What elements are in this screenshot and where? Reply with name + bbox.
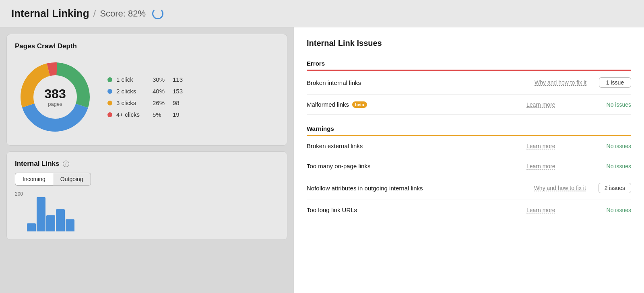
warnings-section-header: Warnings xyxy=(307,121,631,135)
left-panel: Pages Crawl Depth xyxy=(0,27,294,293)
legend-item-4clicks: 4+ clicks 5% 19 xyxy=(107,111,183,118)
tab-outgoing[interactable]: Outgoing xyxy=(53,173,91,186)
issues-panel-title: Internal Link Issues xyxy=(307,39,631,48)
donut-chart: 383 pages xyxy=(15,57,95,137)
issue-status-long-urls: No issues xyxy=(591,207,631,213)
legend-label-2clicks: 2 clicks xyxy=(116,88,149,95)
bar-col-3 xyxy=(46,215,55,231)
issue-name-malformed: Malformed links beta xyxy=(307,101,526,108)
tab-group: Incoming Outgoing xyxy=(15,173,279,186)
internal-links-card: Internal Links i Incoming Outgoing 200 xyxy=(6,151,287,240)
bar-col-1 xyxy=(27,223,36,231)
crawl-depth-content: 383 pages 1 click 30% 113 2 clicks xyxy=(15,57,279,137)
page-header: Internal Linking / Score: 82% xyxy=(0,0,644,27)
legend-count-1click: 113 xyxy=(173,76,183,83)
bar-col-2 xyxy=(37,197,45,231)
issue-label-broken-external: Broken external links xyxy=(307,142,363,149)
legend-pct-4clicks: 5% xyxy=(153,111,169,118)
total-pages-number: 383 xyxy=(44,87,66,100)
issue-row-malformed: Malformed links beta Learn more No issue… xyxy=(307,95,631,115)
legend-pct-2clicks: 40% xyxy=(153,88,169,95)
issue-row-long-urls: Too long link URLs Learn more No issues xyxy=(307,200,631,220)
crawl-depth-card: Pages Crawl Depth xyxy=(6,34,287,146)
legend-dot-3clicks xyxy=(107,101,112,105)
score-loading-icon xyxy=(152,8,163,19)
issue-row-nofollow: Nofollow attributes in outgoing internal… xyxy=(307,176,631,200)
issue-badge-broken-internal: 1 issue xyxy=(599,77,631,88)
internal-links-header: Internal Links i xyxy=(15,160,279,168)
score-label: Score: 82% xyxy=(100,8,146,19)
crawl-depth-legend: 1 click 30% 113 2 clicks 40% 153 3 click… xyxy=(107,76,183,118)
issue-label-long-urls: Too long link URLs xyxy=(307,206,357,213)
errors-section-header: Errors xyxy=(307,56,631,70)
issue-label-too-many: Too many on-page links xyxy=(307,163,370,169)
bar-col-4 xyxy=(56,209,65,231)
issue-link-long-urls[interactable]: Learn more xyxy=(526,207,591,213)
errors-label: Errors xyxy=(307,60,325,67)
issue-link-broken-external[interactable]: Learn more xyxy=(526,143,591,149)
legend-count-2clicks: 153 xyxy=(173,88,183,95)
issue-link-broken-internal[interactable]: Why and how to fix it xyxy=(535,79,599,86)
legend-label-4clicks: 4+ clicks xyxy=(116,111,149,118)
crawl-depth-title: Pages Crawl Depth xyxy=(15,42,279,50)
legend-item-2clicks: 2 clicks 40% 153 xyxy=(107,88,183,95)
issue-label-malformed: Malformed links xyxy=(307,101,349,108)
legend-count-3clicks: 98 xyxy=(173,99,180,106)
bar-y-label: 200 xyxy=(15,191,23,197)
issue-row-broken-external: Broken external links Learn more No issu… xyxy=(307,136,631,156)
legend-dot-2clicks xyxy=(107,89,112,94)
issue-name-long-urls: Too long link URLs xyxy=(307,206,526,213)
issue-link-too-many[interactable]: Learn more xyxy=(526,163,591,169)
legend-label-1click: 1 click xyxy=(116,76,149,83)
legend-dot-1click xyxy=(107,77,112,82)
issue-status-too-many: No issues xyxy=(591,163,631,169)
header-divider: / xyxy=(93,8,96,19)
tab-incoming[interactable]: Incoming xyxy=(15,173,53,186)
legend-pct-1click: 30% xyxy=(153,76,169,83)
legend-item-3clicks: 3 clicks 26% 98 xyxy=(107,99,183,106)
issue-label-broken-internal: Broken internal links xyxy=(307,79,361,86)
bar-chart: 200 xyxy=(15,191,279,231)
issue-status-malformed: No issues xyxy=(591,101,631,108)
info-icon: i xyxy=(63,161,69,167)
issue-name-broken-external: Broken external links xyxy=(307,142,526,149)
legend-dot-4clicks xyxy=(107,112,112,117)
legend-item-1click: 1 click 30% 113 xyxy=(107,76,183,83)
issue-row-too-many: Too many on-page links Learn more No iss… xyxy=(307,156,631,176)
issue-link-nofollow[interactable]: Why and how to fix it xyxy=(534,185,599,191)
issue-link-malformed[interactable]: Learn more xyxy=(526,101,591,108)
legend-pct-3clicks: 26% xyxy=(153,99,169,106)
issue-label-nofollow: Nofollow attributes in outgoing internal… xyxy=(307,185,423,192)
issue-name-nofollow: Nofollow attributes in outgoing internal… xyxy=(307,185,534,192)
internal-links-title: Internal Links xyxy=(15,160,60,168)
beta-badge: beta xyxy=(352,101,367,108)
legend-label-3clicks: 3 clicks xyxy=(116,99,149,106)
issue-status-broken-external: No issues xyxy=(591,143,631,149)
page-title: Internal Linking xyxy=(11,7,89,20)
main-layout: Pages Crawl Depth xyxy=(0,27,644,293)
issue-badge-nofollow: 2 issues xyxy=(599,183,631,193)
legend-count-4clicks: 19 xyxy=(173,111,180,118)
donut-center: 383 pages xyxy=(44,87,66,107)
total-pages-label: pages xyxy=(44,101,66,107)
issue-name-too-many: Too many on-page links xyxy=(307,163,526,169)
warnings-section: Warnings xyxy=(307,121,631,136)
issues-panel: Internal Link Issues Errors Broken inter… xyxy=(294,27,644,293)
warnings-label: Warnings xyxy=(307,125,334,132)
issue-row-broken-internal: Broken internal links Why and how to fix… xyxy=(307,71,631,95)
bar-col-5 xyxy=(66,219,74,231)
issue-name-broken-internal: Broken internal links xyxy=(307,79,535,86)
